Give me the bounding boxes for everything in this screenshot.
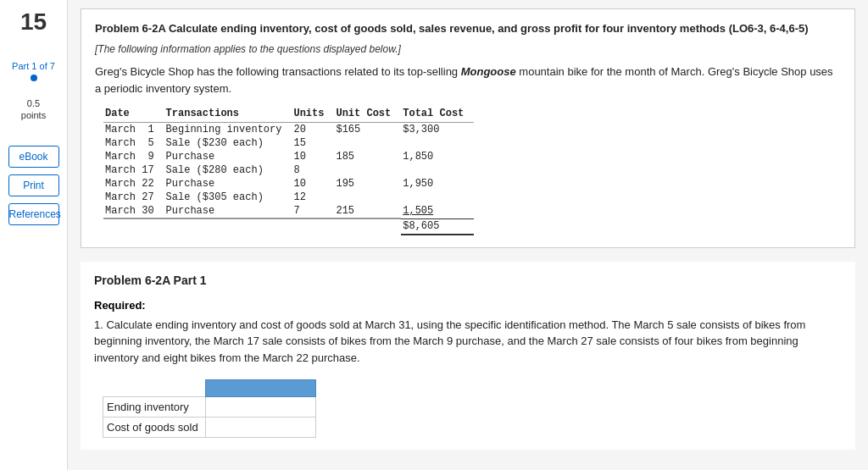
cogs-input[interactable] xyxy=(209,421,312,434)
table-row: March 30 Purchase 7 215 1,505 xyxy=(103,204,474,218)
cell-unit-cost: 215 xyxy=(334,204,401,218)
table-row: March 9 Purchase 10 185 1,850 xyxy=(103,150,474,163)
ending-inventory-input[interactable] xyxy=(209,401,312,413)
cell-date: March 5 xyxy=(103,136,164,150)
cell-transaction: Beginning inventory xyxy=(164,123,292,137)
problem-description: Greg's Bicycle Shop has the following tr… xyxy=(95,64,841,97)
references-button[interactable]: References xyxy=(8,203,59,225)
desc-brand: Mongoose xyxy=(461,65,516,78)
cell-total-cost: 1,850 xyxy=(401,150,474,163)
cell-units: 15 xyxy=(292,136,334,150)
problem-note: [The following information applies to th… xyxy=(95,43,841,55)
cell-units: 8 xyxy=(292,163,334,177)
cell-date xyxy=(103,218,164,235)
cell-units: 12 xyxy=(292,191,334,204)
answer-row-ending-inventory: Ending inventory xyxy=(103,397,316,417)
cell-date: March 1 xyxy=(103,123,164,137)
cell-date: March 22 xyxy=(103,177,164,191)
cell-units: 20 xyxy=(292,123,334,137)
cell-unit-cost: 185 xyxy=(334,150,401,163)
required-label: Required: xyxy=(94,299,842,312)
answer-header-cell xyxy=(205,380,315,397)
empty-header xyxy=(103,380,206,397)
main-content: Problem 6-2A Calculate ending inventory,… xyxy=(68,0,868,470)
part1-section: Problem 6-2A Part 1 Required: 1. Calcula… xyxy=(81,262,855,451)
cogs-input-cell[interactable] xyxy=(205,417,315,438)
cell-transaction: Sale ($230 each) xyxy=(164,136,292,150)
table-row: March 22 Purchase 10 195 1,950 xyxy=(103,177,474,191)
cell-date: March 17 xyxy=(103,163,164,177)
cell-total-cost: 1,505 xyxy=(401,204,474,218)
cell-units: 10 xyxy=(292,177,334,191)
points-label: points xyxy=(21,110,46,120)
table-total-row: $8,605 xyxy=(103,218,474,235)
page-number: 15 xyxy=(20,8,47,36)
problem-title: Problem 6-2A Calculate ending inventory,… xyxy=(95,21,841,36)
cell-transaction: Purchase xyxy=(164,177,292,191)
print-button[interactable]: Print xyxy=(8,174,59,196)
cell-total-cost xyxy=(401,191,474,204)
cell-units: 10 xyxy=(292,150,334,163)
table-row: March 17 Sale ($280 each) 8 xyxy=(103,163,474,177)
cell-total-cost: 1,950 xyxy=(401,177,474,191)
col-unit-cost: Unit Cost xyxy=(334,107,401,123)
col-date: Date xyxy=(103,107,164,123)
cell-unit-cost xyxy=(334,163,401,177)
cell-total-cost xyxy=(401,163,474,177)
sidebar: 15 Part 1 of 7 0.5 points eBook Print Re… xyxy=(0,0,68,470)
table-row: March 27 Sale ($305 each) 12 xyxy=(103,191,474,204)
cell-unit-cost: $165 xyxy=(334,123,401,137)
cell-transaction: Purchase xyxy=(164,150,292,163)
cell-transaction: Sale ($305 each) xyxy=(164,191,292,204)
cell-unit-cost xyxy=(334,191,401,204)
col-transactions: Transactions xyxy=(164,107,292,123)
part-info: Part 1 of 7 xyxy=(12,61,55,71)
question-text: 1. Calculate ending inventory and cost o… xyxy=(94,317,842,367)
part1-heading: Problem 6-2A Part 1 xyxy=(94,274,842,287)
desc-part1: Greg's Bicycle Shop has the following tr… xyxy=(95,65,461,78)
col-total-cost: Total Cost xyxy=(401,107,474,123)
table-header-row: Date Transactions Units Unit Cost Total … xyxy=(103,107,474,123)
cell-unit-cost xyxy=(334,218,401,235)
answer-row-cogs: Cost of goods sold xyxy=(103,417,316,438)
cell-transaction xyxy=(164,218,292,235)
cogs-label: Cost of goods sold xyxy=(103,417,206,438)
cell-total-cost: $3,300 xyxy=(401,123,474,137)
cell-grand-total: $8,605 xyxy=(401,218,474,235)
answer-header-row xyxy=(103,380,316,397)
cell-total-cost xyxy=(401,136,474,150)
points-value: 0.5 xyxy=(27,98,40,108)
cell-transaction: Sale ($280 each) xyxy=(164,163,292,177)
table-row: March 5 Sale ($230 each) 15 xyxy=(103,136,474,150)
cell-date: March 30 xyxy=(103,204,164,218)
answer-area: Ending inventory Cost of goods sold xyxy=(103,379,842,438)
cell-unit-cost: 195 xyxy=(334,177,401,191)
ebook-button[interactable]: eBook xyxy=(8,146,59,168)
table-row: March 1 Beginning inventory 20 $165 $3,3… xyxy=(103,123,474,137)
answer-table: Ending inventory Cost of goods sold xyxy=(103,379,316,438)
ending-inventory-input-cell[interactable] xyxy=(205,397,315,417)
ending-inventory-label: Ending inventory xyxy=(103,397,206,417)
transaction-table: Date Transactions Units Unit Cost Total … xyxy=(103,107,474,235)
cell-transaction: Purchase xyxy=(164,204,292,218)
cell-units: 7 xyxy=(292,204,334,218)
cell-date: March 27 xyxy=(103,191,164,204)
cell-date: March 9 xyxy=(103,150,164,163)
problem-box: Problem 6-2A Calculate ending inventory,… xyxy=(81,8,855,248)
cell-units xyxy=(292,218,334,235)
col-units: Units xyxy=(292,107,334,123)
part-dot xyxy=(31,75,37,81)
cell-unit-cost xyxy=(334,136,401,150)
